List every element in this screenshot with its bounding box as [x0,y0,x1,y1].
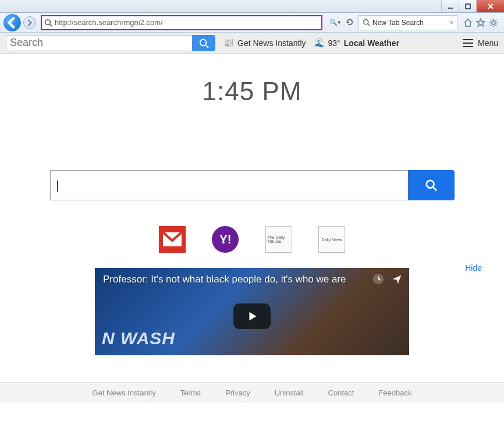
toolbar-search-button[interactable] [192,35,215,51]
yahoo-icon: Y! [219,233,231,246]
svg-point-6 [364,20,368,24]
footer-link-news[interactable]: Get News Instantly [93,388,156,397]
address-bar[interactable]: http://search.searchrmgni2.com/ [41,15,322,30]
shortcut-gmail[interactable] [159,226,186,253]
menu-button[interactable]: Menu [463,38,498,48]
newspaper-icon: Daily News [321,238,342,242]
search-icon [44,19,52,27]
news-icon: 📰 [223,38,234,48]
gmail-icon [162,232,182,247]
svg-line-7 [368,24,370,26]
svg-point-9 [492,21,495,24]
play-icon [246,310,258,323]
settings-gear-icon[interactable] [489,18,498,27]
news-label: Get News Instantly [237,38,306,48]
search-icon [363,19,370,26]
svg-line-5 [50,24,52,26]
svg-line-11 [206,45,209,48]
footer: Get News Instantly Terms Privacy Uninsta… [0,382,504,403]
svg-marker-16 [249,312,256,320]
shortcut-yahoo[interactable]: Y! [212,226,239,253]
tab-title: New Tab Search [372,19,424,27]
svg-point-4 [45,19,51,24]
main-search-button[interactable] [408,170,455,200]
get-news-link[interactable]: 📰 Get News Instantly [223,38,306,48]
refresh-button[interactable] [346,18,354,27]
maximize-button[interactable] [459,0,476,12]
footer-link-uninstall[interactable]: Uninstall [275,388,304,397]
toolbar-search-input[interactable] [6,35,192,51]
watch-later-icon[interactable] [372,273,385,285]
browser-tab[interactable]: New Tab Search × [359,15,457,30]
hide-link[interactable]: Hide [465,263,482,273]
footer-link-contact[interactable]: Contact [328,388,354,397]
newspaper-icon: The Daily Tribune [268,235,290,243]
shortcut-newspaper-1[interactable]: The Daily Tribune [265,226,292,253]
svg-rect-1 [466,4,470,9]
share-icon[interactable] [391,273,403,285]
home-icon[interactable] [463,18,473,27]
svg-line-13 [433,188,436,191]
svg-point-10 [200,39,207,45]
search-dropdown-icon[interactable]: 🔍▾ [329,19,341,26]
video-embed[interactable]: Professor: It's not what black people do… [95,268,409,355]
clock-display: 1:45 PM [0,77,504,106]
forward-button[interactable] [23,16,36,29]
weather-temp: 93° [328,38,340,48]
svg-point-12 [426,181,434,188]
favorites-icon[interactable] [476,18,485,27]
minimize-button[interactable] [441,0,459,12]
video-watermark: N WASH [102,328,175,348]
weather-label: Local Weather [344,38,399,48]
close-button[interactable] [476,0,504,12]
footer-link-feedback[interactable]: Feedback [378,388,411,397]
shortcut-newspaper-2[interactable]: Daily News [318,226,345,253]
tab-close-icon[interactable]: × [449,19,453,27]
play-button[interactable] [233,303,271,329]
svg-marker-8 [477,19,485,26]
footer-link-terms[interactable]: Terms [180,388,201,397]
weather-link[interactable]: 🌊 93° Local Weather [314,38,400,48]
video-title: Professor: It's not what black people do… [103,274,346,285]
main-search-input[interactable] [50,170,408,200]
weather-icon: 🌊 [314,38,325,48]
address-input[interactable]: http://search.searchrmgni2.com/ [55,18,319,27]
hamburger-icon [463,39,473,47]
footer-link-privacy[interactable]: Privacy [225,388,250,397]
menu-label: Menu [478,38,498,48]
back-button[interactable] [3,14,21,31]
